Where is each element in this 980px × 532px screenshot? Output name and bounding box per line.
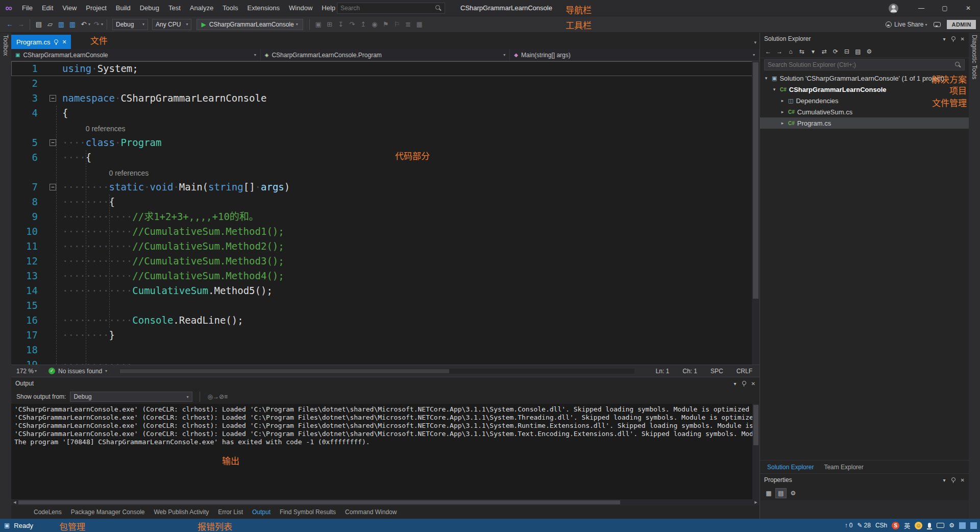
- minimize-button[interactable]: —: [910, 0, 933, 16]
- tray-icon[interactable]: [959, 522, 966, 529]
- scroll-right-icon[interactable]: ▶: [752, 500, 760, 504]
- solution-search-box[interactable]: [764, 59, 965, 70]
- tab-overflow-icon[interactable]: ▾: [754, 40, 756, 45]
- menu-edit[interactable]: Edit: [37, 0, 58, 16]
- output-vertical-scrollbar[interactable]: [752, 404, 760, 499]
- start-debugging-button[interactable]: ▶ CSharpGrammarLearnConsole ▾: [197, 19, 303, 30]
- chevron-collapsed-icon[interactable]: ▸: [779, 120, 786, 126]
- undo-icon[interactable]: ↶: [78, 19, 89, 29]
- solution-configuration-dropdown[interactable]: Debug ▾: [112, 19, 148, 30]
- redo-dropdown-icon[interactable]: ▾: [101, 22, 103, 27]
- undo-dropdown-icon[interactable]: ▾: [88, 22, 90, 27]
- code-line[interactable]: 19············: [11, 357, 760, 365]
- user-avatar[interactable]: [889, 4, 898, 13]
- forward-icon[interactable]: →: [774, 48, 785, 55]
- menu-test[interactable]: Test: [164, 0, 185, 16]
- solution-search-input[interactable]: [768, 61, 955, 68]
- breadcrumb-project[interactable]: ▣ CSharpGrammarLearnConsole ▾: [11, 49, 261, 61]
- codelens-row[interactable]: 0 references: [11, 165, 760, 180]
- chevron-collapsed-icon[interactable]: ▸: [779, 98, 786, 103]
- code-line[interactable]: 6····{: [11, 150, 760, 165]
- codelens-row[interactable]: 0 references: [11, 120, 760, 135]
- menu-debug[interactable]: Debug: [135, 0, 164, 16]
- bookmark-icon[interactable]: ⚑: [380, 19, 391, 29]
- step-into-icon[interactable]: ↧: [335, 19, 347, 29]
- tray-icon[interactable]: [970, 522, 977, 529]
- step-out-icon[interactable]: ↥: [358, 19, 369, 29]
- show-all-files-icon[interactable]: ▤: [853, 48, 863, 55]
- zoom-dropdown[interactable]: 172 % ▾: [16, 368, 37, 375]
- menu-analyze[interactable]: Analyze: [185, 0, 218, 16]
- pending-edits-status[interactable]: ✎ 28: [857, 522, 870, 529]
- code-line[interactable]: 4{: [11, 106, 760, 120]
- menu-tools[interactable]: Tools: [218, 0, 242, 16]
- panel-tab-error-list[interactable]: Error List: [214, 506, 247, 518]
- step-over-icon[interactable]: ↷: [347, 19, 358, 29]
- pin-icon[interactable]: [54, 39, 58, 45]
- code-line[interactable]: 9············//求1+2+3+,,,,+10的和。: [11, 209, 760, 224]
- close-button[interactable]: ✕: [957, 0, 980, 16]
- word-wrap-icon[interactable]: ≡: [224, 393, 228, 400]
- find-message-icon[interactable]: ◎: [207, 393, 212, 400]
- editor-horizontal-scrollbar[interactable]: [120, 369, 634, 374]
- window-position-icon[interactable]: ▾: [943, 477, 946, 483]
- close-tab-icon[interactable]: ✕: [62, 39, 66, 45]
- output-text-area[interactable]: 'CSharpGrammarLearnConsole.exe' (CoreCLR…: [11, 404, 760, 499]
- panel-tab-command-window[interactable]: Command Window: [341, 506, 401, 518]
- menu-build[interactable]: Build: [111, 0, 135, 16]
- properties-icon[interactable]: ⚙: [864, 48, 874, 55]
- home-icon[interactable]: ⌂: [786, 48, 796, 55]
- quick-search-box[interactable]: [337, 3, 445, 14]
- switch-views-icon[interactable]: ⇆: [797, 48, 807, 55]
- scrollbar-thumb[interactable]: [120, 369, 449, 373]
- code-line[interactable]: 13············//CumulativeSum.Method4();: [11, 269, 760, 283]
- alphabetical-icon[interactable]: ▤: [775, 488, 787, 498]
- codelens-references[interactable]: 0 references: [109, 169, 149, 177]
- property-pages-icon[interactable]: ⚙: [788, 489, 799, 498]
- categorized-icon[interactable]: ▦: [763, 489, 774, 498]
- pin-icon[interactable]: [951, 36, 955, 42]
- open-file-icon[interactable]: ▱: [44, 19, 56, 29]
- code-line[interactable]: 10············//CumulativeSum.Method1();: [11, 224, 760, 239]
- clear-all-icon[interactable]: ⊘: [219, 393, 224, 400]
- navigate-bookmark-icon[interactable]: ⚐: [391, 19, 403, 29]
- code-line[interactable]: 1using·System;: [11, 61, 760, 76]
- collapse-region-icon[interactable]: −: [50, 95, 56, 102]
- code-editor[interactable]: 1using·System;23−namespace·CSharpGrammar…: [11, 61, 760, 365]
- editor-vertical-scrollbar[interactable]: [752, 61, 760, 365]
- redo-icon[interactable]: ↷: [91, 19, 102, 29]
- save-icon[interactable]: ▥: [56, 19, 67, 29]
- live-share-button[interactable]: Live Share ▾: [886, 21, 927, 28]
- panel-tab-solution-explorer[interactable]: Solution Explorer: [763, 462, 818, 473]
- refresh-icon[interactable]: ⟳: [830, 48, 841, 55]
- code-line[interactable]: 17········}: [11, 328, 760, 343]
- output-horizontal-scrollbar[interactable]: ◀ ▶: [11, 499, 760, 505]
- breakpoint-icon[interactable]: ◉: [369, 19, 380, 29]
- tree-item-csharpgrammarlearnconsole[interactable]: ▾C#CSharpGrammarLearnConsole: [760, 84, 969, 95]
- collapse-all-icon[interactable]: ⊟: [842, 48, 852, 55]
- navigate-back-icon[interactable]: ←: [4, 19, 15, 29]
- save-all-icon[interactable]: ▥: [67, 19, 78, 29]
- menu-window[interactable]: Window: [284, 0, 317, 16]
- panel-tab-codelens[interactable]: CodeLens: [30, 506, 66, 518]
- code-line[interactable]: 8········{: [11, 195, 760, 209]
- collapse-region-icon[interactable]: −: [50, 139, 56, 146]
- document-health-indicator[interactable]: ✓ No issues found: [48, 368, 102, 375]
- tree-item-program-cs[interactable]: ▸C#Program.cs: [760, 117, 969, 129]
- close-panel-icon[interactable]: ✕: [751, 381, 755, 386]
- code-line[interactable]: 11············//CumulativeSum.Method2();: [11, 239, 760, 254]
- chevron-expanded-icon[interactable]: ▾: [771, 87, 777, 92]
- code-line[interactable]: 16············Console.ReadLine();: [11, 313, 760, 328]
- goto-message-icon[interactable]: →: [213, 393, 219, 400]
- microphone-icon[interactable]: [928, 523, 931, 528]
- publish-status[interactable]: ↑ 0: [845, 522, 853, 529]
- codelens-references[interactable]: 0 references: [86, 125, 126, 133]
- panel-tab-team-explorer[interactable]: Team Explorer: [820, 462, 867, 473]
- navigate-forward-icon[interactable]: →: [15, 19, 27, 29]
- filter-icon[interactable]: ▾: [808, 48, 818, 55]
- code-line[interactable]: 12············//CumulativeSum.Method3();: [11, 254, 760, 269]
- panel-tab-find-symbol-results[interactable]: Find Symbol Results: [276, 506, 340, 518]
- breadcrumb-member[interactable]: ◆ Main(string[] args) ▾: [510, 49, 760, 61]
- window-position-icon[interactable]: ▾: [943, 36, 946, 42]
- menu-view[interactable]: View: [58, 0, 81, 16]
